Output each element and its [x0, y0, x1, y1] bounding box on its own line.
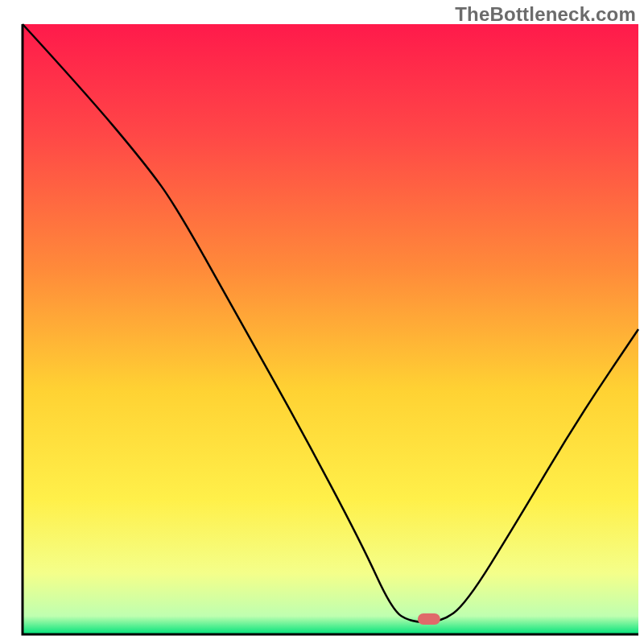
chart-container: TheBottleneck.com	[0, 0, 644, 644]
optimal-marker	[418, 613, 440, 625]
bottleneck-chart	[0, 0, 644, 644]
plot-background	[23, 24, 638, 634]
